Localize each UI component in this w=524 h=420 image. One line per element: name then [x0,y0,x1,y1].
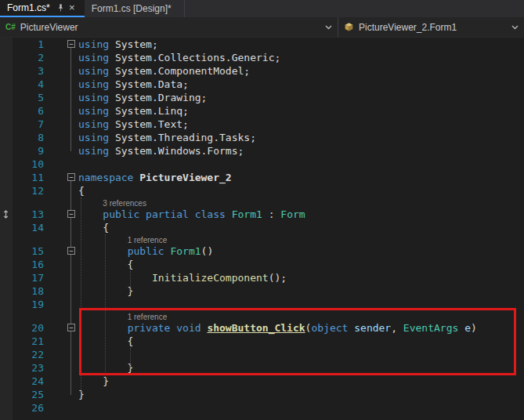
breakpoint-margin[interactable] [0,91,13,104]
breakpoint-margin[interactable] [0,104,13,118]
breakpoint-margin[interactable] [0,38,13,51]
code-row: 4using System.Data; [0,78,524,91]
codelens-row: 3 references [0,197,524,208]
line-number: 16 [13,258,44,271]
breakpoint-margin[interactable] [0,197,13,208]
line-number: 14 [13,221,44,234]
line-number: 21 [13,335,44,348]
code-row: 25} [0,388,524,401]
codelens-references[interactable]: 1 reference [128,313,168,321]
line-number: 2 [13,51,44,64]
fold-margin [64,375,78,388]
project-dropdown[interactable]: C# PictureViewer [0,17,338,37]
line-number [13,197,44,208]
fold-margin [64,64,78,78]
line-number: 22 [13,348,44,361]
breakpoint-margin[interactable] [0,335,13,348]
codelens-references[interactable]: 3 references [103,199,146,208]
breakpoint-margin[interactable] [0,321,13,335]
breakpoint-margin[interactable] [0,375,13,388]
breakpoint-margin[interactable] [0,234,13,244]
breakpoint-margin[interactable] [0,184,13,197]
pin-icon[interactable] [56,2,67,13]
fold-margin [64,335,78,348]
chevron-down-icon [511,25,519,30]
breakpoint-margin[interactable] [0,258,13,271]
code-line [78,298,524,311]
fold-toggle[interactable]: − [67,324,75,331]
line-number: 26 [13,401,44,415]
fold-toggle[interactable]: − [67,210,75,218]
navigation-bar: C# PictureViewer PictureViewer_2.Form1 [0,17,524,38]
close-icon[interactable]: × [67,2,78,13]
fold-margin [64,197,78,208]
line-number: 11 [13,171,44,184]
fold-toggle[interactable]: − [67,247,75,255]
breakpoint-margin[interactable] [0,64,13,78]
codelens-line: 1 reference [78,311,524,321]
line-number: 24 [13,375,44,388]
breakpoint-margin[interactable] [0,284,13,298]
code-row: 9using System.Windows.Forms; [0,144,524,158]
breakpoint-margin[interactable] [0,51,13,64]
fold-margin [64,131,78,144]
fold-margin [64,51,78,64]
fold-toggle[interactable]: − [67,173,75,181]
fold-margin: − [64,208,78,221]
code-editor[interactable]: 1−using System;2using System.Collections… [0,38,524,420]
code-row: 18 } [0,284,524,298]
breakpoint-margin[interactable] [0,158,13,171]
tab-form1-cs-design[interactable]: Form1.cs [Design]* [85,0,185,17]
code-line: } [78,284,524,298]
breakpoint-margin[interactable] [0,244,13,258]
breakpoint-margin[interactable] [0,171,13,184]
fold-margin [64,221,78,234]
fold-margin [64,104,78,118]
breakpoint-margin[interactable] [0,361,13,375]
codelens-references[interactable]: 1 reference [128,236,168,244]
codelens-row: 1 reference [0,311,524,321]
line-number: 23 [13,361,44,375]
breakpoint-margin[interactable] [0,311,13,321]
breakpoint-margin[interactable] [0,221,13,234]
line-number: 10 [13,158,44,171]
code-line: public partial class Form1 : Form [78,208,524,221]
breakpoint-margin[interactable] [0,348,13,361]
breakpoint-margin[interactable] [0,401,13,415]
code-line: } [78,388,524,401]
code-row: 20− private void showButton_Click(object… [0,321,524,335]
line-number: 3 [13,64,44,78]
tab-label: Form1.cs* [7,2,50,13]
breakpoint-margin[interactable] [0,144,13,158]
type-dropdown[interactable]: PictureViewer_2.Form1 [338,17,524,37]
breakpoint-margin[interactable] [0,271,13,284]
fold-toggle[interactable]: − [67,40,75,48]
code-line: using System.ComponentModel; [78,64,524,78]
code-rows: 1−using System;2using System.Collections… [0,38,524,415]
fold-margin [64,234,78,244]
code-row: 5using System.Drawing; [0,91,524,104]
code-line: } [78,361,524,375]
code-line: using System.Threading.Tasks; [78,131,524,144]
document-tab-bar: Form1.cs* × Form1.cs [Design]* [0,0,524,17]
code-row: 24 } [0,375,524,388]
code-line: using System.Windows.Forms; [78,144,524,158]
code-line: using System.Linq; [78,104,524,118]
code-row: 16 { [0,258,524,271]
line-number: 17 [13,271,44,284]
line-number: 7 [13,118,44,131]
breakpoint-margin[interactable] [0,298,13,311]
inheritance-icon[interactable] [0,208,13,221]
code-line: using System; [78,38,524,51]
breakpoint-margin[interactable] [0,131,13,144]
fold-margin: − [64,244,78,258]
breakpoint-margin[interactable] [0,388,13,401]
code-row: 17 InitializeComponent(); [0,271,524,284]
code-row: 2using System.Collections.Generic; [0,51,524,64]
line-number: 12 [13,184,44,197]
tab-form1-cs[interactable]: Form1.cs* × [0,0,85,17]
class-icon [344,22,354,32]
line-number: 20 [13,321,44,335]
breakpoint-margin[interactable] [0,78,13,91]
breakpoint-margin[interactable] [0,118,13,131]
